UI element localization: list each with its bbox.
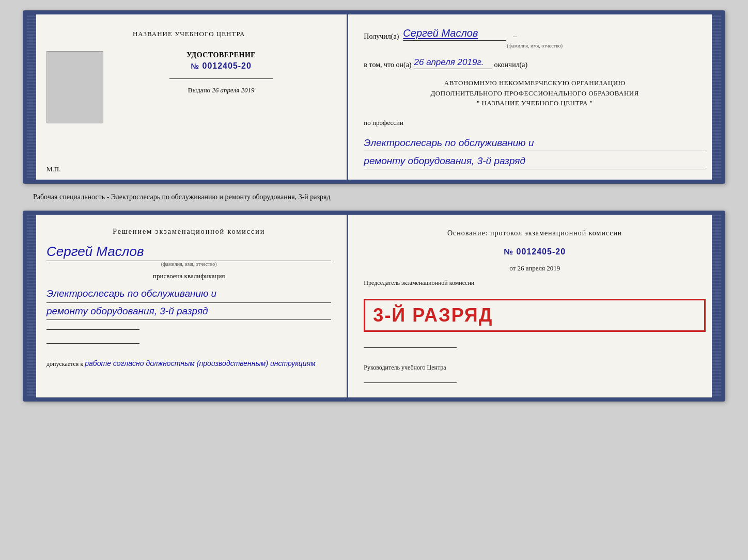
predsedatel-label: Председатель экзаменационной комиссии [364,279,706,287]
qualification-block: Электрослесарь по обслуживанию и ремонту… [46,285,331,320]
profession-block: Электрослесарь по обслуживанию и ремонту… [364,133,706,170]
dopuskaetsya-section: допускается к работе согласно должностны… [46,358,331,369]
doc-right-spine [712,14,721,180]
stamp-box: 3-й разряд [364,299,706,332]
vydano-date: 26 апреля 2019 [212,86,254,94]
ot-date-value: 26 апреля 2019 [517,264,560,272]
org-line-3: " НАЗВАНИЕ УЧЕБНОГО ЦЕНТРА " [364,98,706,108]
name-section-2: Сергей Маслов (фамилия, имя, отчество) [46,241,331,267]
resheniem-title: Решением экзаменационной комиссии [46,228,331,236]
ot-label: от [509,264,516,272]
doc-right-panel: Получил(а) Сергей Маслов – (фамилия, имя… [348,14,721,180]
sig-line-rukovoditel [364,382,457,383]
document-card-1: НАЗВАНИЕ УЧЕБНОГО ЦЕНТРА УДОСТОВЕРЕНИЕ №… [23,10,725,184]
photo-placeholder [46,51,103,123]
fio-hint-2: (фамилия, имя, отчество) [46,261,331,267]
number-prefix: № [191,62,199,70]
doc2-right-panel: Основание: протокол экзаменационной коми… [348,215,721,397]
doc2-left-panel: Решением экзаменационной комиссии Сергей… [36,215,348,397]
protocol-prefix: № [504,247,513,256]
document-card-2: Решением экзаменационной комиссии Сергей… [23,211,725,402]
udostoverenie-section: УДОСТОВЕРЕНИЕ № 0012405-20 Выдано 26 апр… [46,46,331,129]
description-text: Рабочая специальность - Электрослесарь п… [23,193,725,201]
protocol-number: № 0012405-20 [364,247,706,257]
doc2-right-spine [712,215,721,397]
sig-line-predsedatel [364,347,457,348]
recipient-name: Сергей Маслов [403,27,506,41]
dash: – [513,33,517,41]
org-text: АВТОНОМНУЮ НЕКОММЕРЧЕСКУЮ ОРГАНИЗАЦИЮ ДО… [364,78,706,108]
dopusk-text: работе согласно должностным (производств… [85,359,316,367]
profession-line-2: ремонту оборудования, 3-й разряд [364,153,706,169]
stamp-text: 3-й разряд [373,305,696,326]
prisvoena-label: присвоена квалификация [46,272,331,280]
poluchil-row: Получил(а) Сергей Маслов – (фамилия, имя… [364,27,706,49]
osnovanie-label: Основание: протокол экзаменационной коми… [364,228,706,238]
protocol-num-value: 0012405-20 [517,247,566,256]
dopuskaetsya-label: допускается к [46,360,83,367]
org-line-1: АВТОНОМНУЮ НЕКОММЕРЧЕСКУЮ ОРГАНИЗАЦИЮ [364,78,706,88]
qualification-line-1: Электрослесарь по обслуживанию и [46,285,331,302]
po-professii-label: по профессии [364,119,706,127]
vtom-date: 26 апреля 2019г. [414,57,492,69]
vydano-label: Выдано [188,86,210,94]
okonchil-label: окончил(а) [494,61,528,69]
ot-date-row: от 26 апреля 2019 [364,264,706,273]
qualification-line-2: ремонту оборудования, 3-й разряд [46,303,331,320]
doc2-spine-left [27,215,36,397]
vydano-line: Выдано 26 апреля 2019 [188,86,255,94]
profession-line-1: Электрослесарь по обслуживанию и [364,135,706,151]
sig-line-3 [46,343,139,344]
recipient-name-2: Сергей Маслов [46,244,331,261]
poluchil-label: Получил(а) [364,33,399,41]
udo-number-value: 0012405-20 [202,61,252,70]
signature-line-1 [169,78,273,79]
vtom-label: в том, что он(а) [364,61,411,69]
rukovoditel-label: Руководитель учебного Центра [364,363,706,372]
udostoverenie-text-block: УДОСТОВЕРЕНИЕ № 0012405-20 Выдано 26 апр… [111,51,331,94]
training-center-title: НАЗВАНИЕ УЧЕБНОГО ЦЕНТРА [133,30,245,38]
udo-number: № 0012405-20 [191,61,251,71]
doc-left-panel: НАЗВАНИЕ УЧЕБНОГО ЦЕНТРА УДОСТОВЕРЕНИЕ №… [36,14,348,180]
org-line-2: ДОПОЛНИТЕЛЬНОГО ПРОФЕССИОНАЛЬНОГО ОБРАЗО… [364,88,706,99]
mp-label: М.П. [46,165,60,173]
doc-spine-left [27,14,36,180]
vtom-row: в том, что он(а) 26 апреля 2019г. окончи… [364,57,706,69]
udo-label: УДОСТОВЕРЕНИЕ [186,51,256,59]
sig-line-2 [46,329,139,330]
fio-hint-1: (фамилия, имя, отчество) [364,43,706,49]
